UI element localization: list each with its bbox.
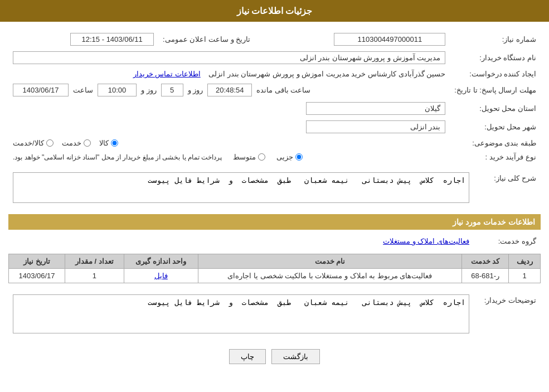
deadline-time: 10:00 <box>98 84 137 96</box>
label-need-description: شرح کلی نیاز: <box>474 170 541 207</box>
label-days: روز و <box>141 86 157 94</box>
cell-code: ر-681-68 <box>461 269 508 283</box>
purchase-type-partial-label: جزیی <box>276 153 293 161</box>
col-header-code: کد خدمت <box>461 254 508 269</box>
services-section-title: اطلاعات خدمات مورد نیاز <box>8 214 541 230</box>
page-header: جزئیات اطلاعات نیاز <box>0 0 549 22</box>
creator-contact-link[interactable]: اطلاعات تماس خریدار <box>133 70 201 78</box>
label-need-number: شماره نیاز: <box>450 30 541 49</box>
city-value: بندر انزلی <box>306 120 445 133</box>
col-header-qty: تعداد / مقدار <box>65 254 124 269</box>
buyer-notes-textarea[interactable] <box>13 294 469 333</box>
label-category: طبقه بندی موضوعی: <box>450 136 541 150</box>
creator-name: حسین گذرآبادی کارشناس خرید مدیریت اموزش … <box>208 70 445 78</box>
cell-date: 1403/06/17 <box>9 269 65 283</box>
label-buyer-org: نام دستگاه خریدار: <box>450 49 541 67</box>
purchase-type-partial[interactable]: جزیی <box>276 153 303 161</box>
deadline-remaining: 20:48:54 <box>207 84 252 96</box>
col-header-date: تاریخ نیاز <box>9 254 65 269</box>
cell-name: فعالیت‌های مربوط به املاک و مستغلات با م… <box>198 269 462 283</box>
label-province: استان محل تحویل: <box>450 99 541 118</box>
label-deadline: مهلت ارسال پاسخ: تا تاریخ: <box>450 81 541 99</box>
table-row: 1 ر-681-68 فعالیت‌های مربوط به املاک و م… <box>9 269 541 283</box>
cell-qty: 1 <box>65 269 124 283</box>
category-goods[interactable]: کالا <box>99 139 118 147</box>
category-goods-service-radio[interactable] <box>46 139 54 147</box>
label-public-announce: تاریخ و ساعت اعلان عمومی: <box>158 30 255 49</box>
public-announce-value: 1403/06/11 - 12:15 <box>70 33 154 46</box>
category-service-radio[interactable] <box>84 139 91 147</box>
category-goods-service[interactable]: کالا/خدمت <box>13 139 54 147</box>
category-service-label: خدمت <box>62 139 81 147</box>
service-group-link[interactable]: فعالیت‌های املاک و مستغلات <box>383 237 469 245</box>
col-header-unit: واحد اندازه گیری <box>124 254 198 269</box>
category-service[interactable]: خدمت <box>62 139 91 147</box>
buttons-row: بازگشت چاپ <box>8 349 541 364</box>
label-purchase-type: نوع فرآیند خرید : <box>450 150 541 164</box>
purchase-type-partial-radio[interactable] <box>295 153 303 161</box>
province-value: گیلان <box>306 102 445 115</box>
category-goods-service-label: کالا/خدمت <box>13 139 44 147</box>
label-creator: ایجاد کننده درخواست: <box>450 67 541 81</box>
deadline-date: 1403/06/17 <box>13 84 69 96</box>
label-city: شهر محل تحویل: <box>450 118 541 136</box>
buyer-org-value: مدیریت آموزش و پرورش شهرستان بندر انزلی <box>13 51 445 64</box>
label-time2: روز و <box>188 86 203 94</box>
category-goods-radio[interactable] <box>111 139 118 147</box>
purchase-note: پرداخت تمام یا بخشی از مبلغ خریدار از مح… <box>13 153 222 161</box>
purchase-type-medium[interactable]: متوسط <box>233 153 265 161</box>
need-description-textarea[interactable] <box>13 172 469 203</box>
label-service-group: گروه خدمت: <box>474 234 541 248</box>
print-button[interactable]: چاپ <box>229 349 266 364</box>
label-buyer-notes: توضیحات خریدار: <box>474 292 541 338</box>
deadline-days: 5 <box>161 84 183 96</box>
cell-unit[interactable]: فایل <box>124 269 198 283</box>
col-header-name: نام خدمت <box>198 254 462 269</box>
purchase-type-medium-radio[interactable] <box>258 153 265 161</box>
cell-row: 1 <box>509 269 541 283</box>
purchase-type-medium-label: متوسط <box>233 153 256 161</box>
remaining-suffix: ساعت باقی مانده <box>256 86 310 94</box>
col-header-row: ردیف <box>509 254 541 269</box>
need-number-value: 1103004497000011 <box>334 33 445 46</box>
back-button[interactable]: بازگشت <box>271 349 320 364</box>
label-time: ساعت <box>73 86 93 94</box>
category-goods-label: کالا <box>99 139 109 147</box>
